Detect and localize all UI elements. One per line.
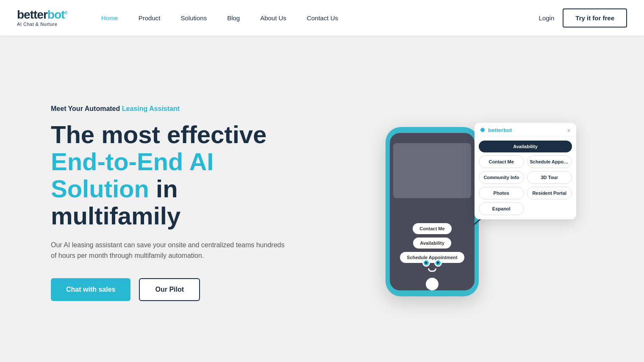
chat-logo-dot <box>480 128 485 132</box>
hero-subtext: Our AI leasing assistant can save your o… <box>51 240 288 261</box>
chat-sales-button[interactable]: Chat with sales <box>51 278 130 301</box>
chat-option-espanol[interactable]: Espanol <box>479 202 524 215</box>
nav-solutions[interactable]: Solutions <box>172 11 215 25</box>
chat-option-photos[interactable]: Photos <box>479 187 524 199</box>
phone-btn-availability: Availability <box>413 238 451 249</box>
nav-product[interactable]: Product <box>130 11 169 25</box>
robot-face <box>422 259 442 272</box>
robot-mouth <box>428 268 436 272</box>
nav-home[interactable]: Home <box>93 11 127 25</box>
headline-in: in <box>149 175 178 202</box>
phone-screen: Contact Me Availability Schedule Appoint… <box>390 133 475 290</box>
chat-close-button[interactable]: x <box>568 127 571 133</box>
logo[interactable]: betterbot® AI Chat & Nurture <box>17 9 67 27</box>
headline-line1: The most effective <box>51 121 266 148</box>
chat-option-3dtour[interactable]: 3D Tour <box>527 171 572 184</box>
chat-option-resident[interactable]: Resident Portal <box>527 187 572 199</box>
login-link[interactable]: Login <box>539 14 555 22</box>
robot-eye-left <box>422 259 430 267</box>
phone-buttons: Contact Me Availability Schedule Appoint… <box>390 223 475 263</box>
phone-btn-contact: Contact Me <box>413 223 451 234</box>
logo-better: better <box>17 8 47 21</box>
navbar: betterbot® AI Chat & Nurture Home Produc… <box>0 0 644 36</box>
chat-brand: betterbot <box>488 127 564 133</box>
phone-content-placeholder <box>393 143 471 198</box>
hero-right: Contact Me Availability Schedule Appoint… <box>322 97 593 309</box>
headline-multifamily: multifamily <box>51 202 180 229</box>
chat-header: betterbot x <box>475 123 576 136</box>
headline-accent2: Solution <box>51 175 149 202</box>
robot-eyes <box>422 259 442 267</box>
headline: The most effective End-to-End AI Solutio… <box>51 121 322 229</box>
try-button[interactable]: Try it for free <box>563 8 627 28</box>
chat-option-schedule[interactable]: Schedule Appointment <box>527 155 572 168</box>
robot-eye-right <box>434 259 442 267</box>
nav-links: Home Product Solutions Blog About Us Con… <box>93 11 539 25</box>
tagline-accent: Leasing Assistant <box>122 105 180 112</box>
tagline: Meet Your Automated Leasing Assistant <box>51 105 322 113</box>
chat-option-contact[interactable]: Contact Me <box>479 155 524 168</box>
phone-mockup: Contact Me Availability Schedule Appoint… <box>386 127 479 296</box>
chat-brand-bot: bot <box>503 127 512 133</box>
cta-row: Chat with sales Our Pilot <box>51 278 322 301</box>
logo-tm: ® <box>64 11 67 15</box>
phone-home-button <box>426 278 439 290</box>
headline-accent: End-to-End AI <box>51 148 214 175</box>
logo-bot: bot <box>47 8 65 21</box>
chat-brand-better: better <box>488 127 503 133</box>
nav-right: Login Try it for free <box>539 8 627 28</box>
nav-blog[interactable]: Blog <box>219 11 248 25</box>
nav-contact[interactable]: Contact Us <box>298 11 347 25</box>
logo-subtitle: AI Chat & Nurture <box>17 22 67 27</box>
chat-options: Availability Contact Me Schedule Appoint… <box>475 136 576 219</box>
chat-option-availability[interactable]: Availability <box>479 141 572 152</box>
nav-about[interactable]: About Us <box>252 11 295 25</box>
hero-section: Meet Your Automated Leasing Assistant Th… <box>0 36 644 362</box>
chat-option-community[interactable]: Community Info <box>479 171 524 184</box>
hero-left: Meet Your Automated Leasing Assistant Th… <box>51 105 322 301</box>
tagline-static: Meet Your Automated <box>51 105 120 112</box>
our-pilot-button[interactable]: Our Pilot <box>139 278 200 301</box>
hero-visual: Contact Me Availability Schedule Appoint… <box>352 114 564 309</box>
chat-widget: betterbot x Availability Contact Me Sche… <box>475 123 576 219</box>
